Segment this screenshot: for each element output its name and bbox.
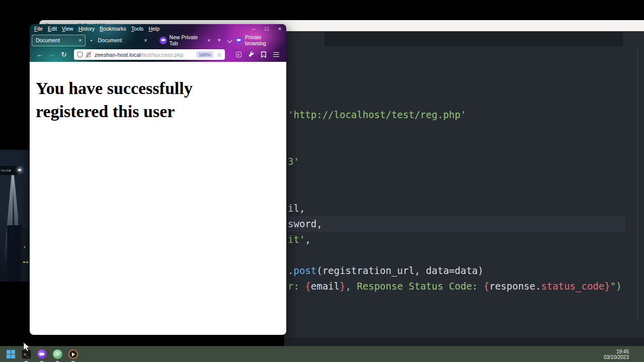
reload-button[interactable]: ↻ <box>58 51 70 58</box>
menu-item-tools[interactable]: Tools <box>129 26 146 32</box>
toolbar-icons <box>234 51 282 59</box>
code-segment: email <box>311 281 340 292</box>
lit-window <box>23 261 25 263</box>
start-button[interactable] <box>6 349 16 359</box>
shield-icon[interactable] <box>77 51 83 58</box>
blimp-light <box>18 169 21 171</box>
taskbar-atom[interactable] <box>52 349 62 359</box>
building-silhouette <box>21 228 30 282</box>
code-segment: post <box>293 265 316 276</box>
atom-icon <box>53 349 62 359</box>
tab-list-button[interactable] <box>224 33 235 47</box>
menu-item-view[interactable]: View <box>59 26 76 32</box>
code-segment: { <box>305 281 310 292</box>
menu-item-file[interactable]: File <box>32 26 45 32</box>
private-browsing-label: Private browsing <box>245 34 281 46</box>
code-segment: status_code <box>541 281 604 292</box>
code-line[interactable] <box>288 185 625 201</box>
code-segment: = <box>449 265 454 276</box>
code-line[interactable]: sword, <box>288 216 625 232</box>
editor-status-bar <box>284 338 644 346</box>
tab-favicon-dot <box>91 40 92 41</box>
new-tab-button[interactable]: + <box>214 33 224 47</box>
forward-button[interactable]: → <box>46 51 58 58</box>
tab-label: Document <box>98 37 122 43</box>
code-line[interactable]: il, <box>288 201 625 216</box>
code-line[interactable] <box>288 169 625 185</box>
save-page-icon[interactable] <box>260 51 268 59</box>
private-mask-icon <box>235 37 243 44</box>
tab-close-icon[interactable]: × <box>141 37 147 43</box>
building-silhouette <box>7 225 22 282</box>
code-line[interactable]: 3' <box>288 154 625 169</box>
code-segment: (registration_url, data <box>316 265 449 276</box>
police-blimp: OLICE <box>0 166 20 175</box>
insecure-lock-icon[interactable] <box>86 51 92 58</box>
clock-time: 19:45 <box>604 349 629 354</box>
windows-logo-icon <box>7 350 15 358</box>
code-line[interactable] <box>288 123 625 138</box>
app-menu-icon[interactable] <box>272 51 280 59</box>
menu-items: FileEditViewHistoryBookmarksToolsHelp <box>32 26 162 32</box>
code-segment: r: <box>288 281 305 292</box>
code-editor[interactable]: 'http://localhost/test/reg.php'3'il,swor… <box>284 31 644 346</box>
wrench-icon[interactable] <box>247 51 255 59</box>
menu-item-history[interactable]: History <box>76 26 98 32</box>
code-segment: } <box>604 281 610 292</box>
extensions-icon[interactable] <box>234 51 243 59</box>
code-line[interactable]: it', <box>288 232 625 247</box>
tab-label: New Private Tab <box>170 34 204 46</box>
code-segment: response. <box>489 281 541 292</box>
screen: OLICE test.py — Z:\DevOPS — Atom 'http:/… <box>0 0 644 362</box>
taskbar-clock[interactable]: 19:45 03/10/2023 <box>604 349 644 360</box>
tab-document-active[interactable]: Document × <box>32 35 86 46</box>
wallpaper-city: OLICE <box>0 150 30 282</box>
url-path: /test/success.php <box>141 52 184 58</box>
code-segment: 3' <box>288 156 299 167</box>
url-bar[interactable]: zeeshan-host.local/test/success.php 180%… <box>74 49 225 60</box>
tab-document[interactable]: Document × <box>94 35 150 46</box>
code-segment: , <box>305 234 310 245</box>
code-segment: it' <box>288 234 305 245</box>
code-segment: } <box>340 281 345 292</box>
tab-label: Document <box>36 37 60 43</box>
window-controls: – □ × <box>247 24 286 33</box>
code-line[interactable] <box>288 138 625 154</box>
clock-date: 03/10/2023 <box>604 354 629 360</box>
menu-item-edit[interactable]: Edit <box>45 26 59 32</box>
taskbar-media-player[interactable] <box>68 349 78 359</box>
code-segment: { <box>484 281 489 292</box>
chevron-down-icon <box>227 38 232 43</box>
play-icon <box>68 349 78 359</box>
url-host: zeeshan-host.local <box>95 52 141 58</box>
tab-bar: Document × Document × New Private Tab × … <box>30 33 286 47</box>
code-segment: ") <box>610 281 622 292</box>
code-line[interactable]: r: {email}, Response Status Code: {respo… <box>288 279 625 294</box>
code-segment: 'http://localhost/test/reg.php' <box>288 109 466 120</box>
code-segment: sword, <box>288 218 323 229</box>
bookmark-star-icon[interactable]: ☆ <box>216 51 222 58</box>
lit-window <box>24 246 25 248</box>
firefox-window: FileEditViewHistoryBookmarksToolsHelp – … <box>30 24 286 335</box>
mouse-cursor <box>23 342 30 352</box>
menu-item-help[interactable]: Help <box>146 26 162 32</box>
taskbar: >_ 19:45 03/10/2023 <box>0 346 644 362</box>
code-line[interactable]: .post(registration_url, data=data) <box>288 263 625 279</box>
editor-scrollbar[interactable] <box>637 46 638 322</box>
maximize-button[interactable]: □ <box>260 24 273 33</box>
tab-new-private[interactable]: New Private Tab × <box>156 35 214 46</box>
tab-close-icon[interactable]: × <box>75 37 82 43</box>
tab-close-icon[interactable]: × <box>204 37 210 43</box>
menu-item-bookmarks[interactable]: Bookmarks <box>97 26 129 32</box>
firefox-private-icon <box>37 349 47 359</box>
taskbar-firefox-private[interactable] <box>37 349 47 359</box>
code-line[interactable] <box>288 247 625 263</box>
menu-bar: FileEditViewHistoryBookmarksToolsHelp – … <box>30 24 286 33</box>
page-content: You have successfully registered this us… <box>30 62 286 335</box>
minimize-button[interactable]: – <box>247 24 260 33</box>
code-line[interactable]: 'http://localhost/test/reg.php' <box>288 107 625 123</box>
close-button[interactable]: × <box>273 24 286 33</box>
private-browsing-badge: Private browsing <box>235 34 284 46</box>
back-button[interactable]: ← <box>34 51 46 58</box>
zoom-level-badge[interactable]: 180% <box>196 51 213 58</box>
